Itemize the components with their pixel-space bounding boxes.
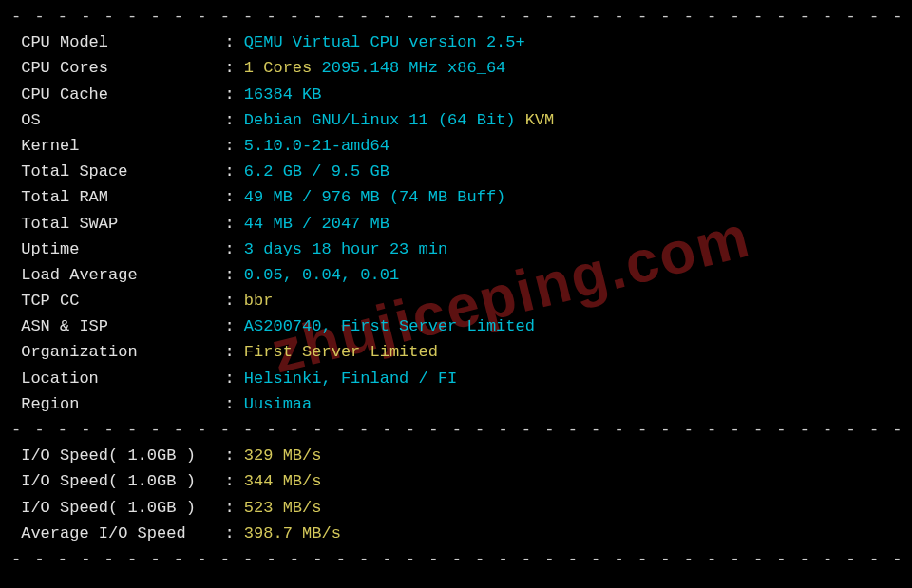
label-cpu-cores: CPU Cores: [11, 55, 224, 81]
divider-bottom: - - - - - - - - - - - - - - - - - - - - …: [11, 546, 901, 572]
value-kernel: 5.10.0-21-amd64: [244, 133, 390, 159]
divider-top: - - - - - - - - - - - - - - - - - - - - …: [11, 4, 901, 29]
value-organization: First Server Limited: [244, 339, 438, 365]
row-cpu-cores: CPU Cores : 1 Cores 2095.148 MHz x86_64: [11, 55, 901, 81]
row-location: Location : Helsinki, Finland / FI: [11, 366, 901, 391]
value-load-average: 0.05, 0.04, 0.01: [244, 262, 399, 288]
label-location: Location: [11, 366, 224, 391]
label-asn-isp: ASN & ISP: [11, 313, 224, 339]
value-io-speed-2: 344 MB/s: [244, 468, 322, 494]
value-uptime: 3 days 18 hour 23 min: [244, 237, 447, 262]
label-cpu-model: CPU Model: [11, 29, 224, 55]
value-os-main: Debian GNU/Linux 11 (64 Bit): [244, 107, 516, 133]
label-total-ram: Total RAM: [11, 184, 224, 210]
value-total-ram: 49 MB / 976 MB (74 MB Buff): [244, 184, 505, 210]
label-total-swap: Total SWAP: [11, 211, 224, 237]
row-io-speed-1: I/O Speed( 1.0GB ) : 329 MB/s: [11, 443, 901, 468]
row-io-speed-3: I/O Speed( 1.0GB ) : 523 MB/s: [11, 495, 901, 521]
value-cpu-cores-count: 1 Cores: [244, 55, 312, 81]
row-organization: Organization : First Server Limited: [11, 339, 901, 365]
divider-middle: - - - - - - - - - - - - - - - - - - - - …: [11, 417, 901, 443]
row-total-swap: Total SWAP : 44 MB / 2047 MB: [11, 211, 901, 237]
label-region: Region: [11, 391, 224, 417]
label-kernel: Kernel: [11, 133, 224, 159]
value-os-virt: KVM: [516, 107, 555, 133]
row-cpu-model: CPU Model : QEMU Virtual CPU version 2.5…: [11, 29, 901, 55]
row-load-average: Load Average : 0.05, 0.04, 0.01: [11, 262, 901, 288]
row-total-space: Total Space : 6.2 GB / 9.5 GB: [11, 159, 901, 184]
value-avg-io-speed: 398.7 MB/s: [244, 521, 341, 546]
value-tcp-cc: bbr: [244, 288, 274, 313]
value-io-speed-1: 329 MB/s: [244, 443, 322, 468]
value-cpu-model: QEMU Virtual CPU version 2.5+: [244, 29, 525, 55]
label-uptime: Uptime: [11, 237, 224, 262]
row-io-speed-2: I/O Speed( 1.0GB ) : 344 MB/s: [11, 468, 901, 494]
row-avg-io-speed: Average I/O Speed : 398.7 MB/s: [11, 521, 901, 546]
row-os: OS : Debian GNU/Linux 11 (64 Bit) KVM: [11, 107, 901, 133]
terminal-output: - - - - - - - - - - - - - - - - - - - - …: [11, 4, 901, 572]
value-asn-isp: AS200740, First Server Limited: [244, 313, 535, 339]
label-tcp-cc: TCP CC: [11, 288, 224, 313]
value-cpu-cores-freq: 2095.148 MHz x86_64: [312, 55, 505, 81]
row-region: Region : Uusimaa: [11, 391, 901, 417]
label-io-speed-2: I/O Speed( 1.0GB ): [11, 468, 224, 494]
label-avg-io-speed: Average I/O Speed: [11, 521, 224, 546]
row-kernel: Kernel : 5.10.0-21-amd64: [11, 133, 901, 159]
label-load-average: Load Average: [11, 262, 224, 288]
row-total-ram: Total RAM : 49 MB / 976 MB (74 MB Buff): [11, 184, 901, 210]
value-total-space: 6.2 GB / 9.5 GB: [244, 159, 390, 184]
value-region: Uusimaa: [244, 391, 312, 417]
value-location: Helsinki, Finland / FI: [244, 366, 457, 391]
label-io-speed-3: I/O Speed( 1.0GB ): [11, 495, 224, 521]
label-cpu-cache: CPU Cache: [11, 82, 224, 107]
label-organization: Organization: [11, 339, 224, 365]
row-uptime: Uptime : 3 days 18 hour 23 min: [11, 237, 901, 262]
row-tcp-cc: TCP CC : bbr: [11, 288, 901, 313]
row-cpu-cache: CPU Cache : 16384 KB: [11, 82, 901, 107]
value-cpu-cache: 16384 KB: [244, 82, 322, 107]
label-io-speed-1: I/O Speed( 1.0GB ): [11, 443, 224, 468]
row-asn-isp: ASN & ISP : AS200740, First Server Limit…: [11, 313, 901, 339]
value-io-speed-3: 523 MB/s: [244, 495, 322, 521]
value-total-swap: 44 MB / 2047 MB: [244, 211, 390, 237]
label-os: OS: [11, 107, 224, 133]
label-total-space: Total Space: [11, 159, 224, 184]
